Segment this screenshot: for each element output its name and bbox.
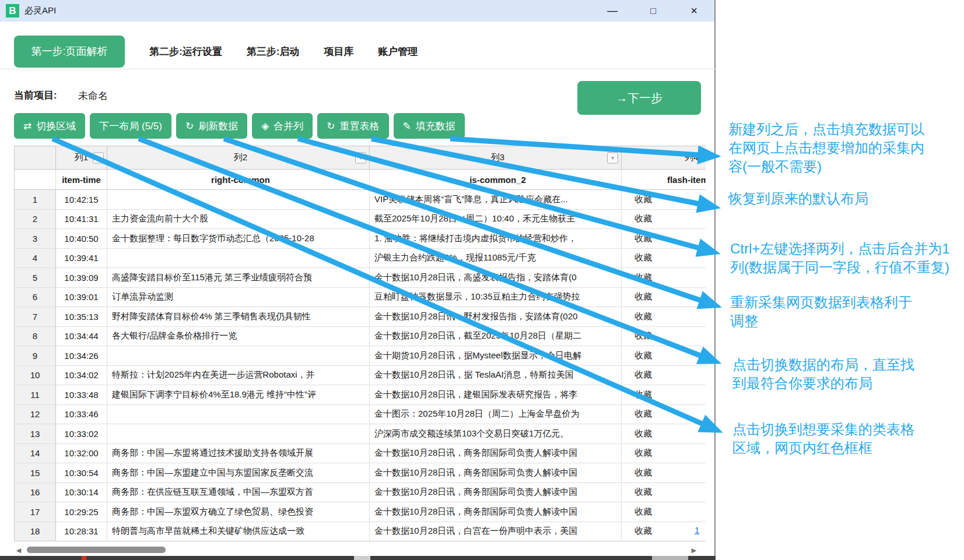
table-row[interactable]: 1310:33:02沪深两市成交额连续第103个交易日突破1万亿元。收藏	[15, 424, 706, 444]
time-cell[interactable]: 10:34:26	[56, 346, 107, 366]
col2-cell[interactable]: 订单流异动监测	[107, 288, 370, 308]
table-row[interactable]: 1510:30:54商务部：中国—东盟建立中国与东盟国家反垄断交流金十数据10月…	[15, 463, 706, 483]
minimize-button[interactable]: —	[604, 3, 621, 19]
col3-cell[interactable]: 金十数据10月28日讯，据 TeslaAI消息，特斯拉美国	[370, 366, 622, 386]
time-cell[interactable]: 10:39:09	[56, 268, 107, 288]
col2-cell[interactable]: 商务部：在供应链互联互通领域，中国—东盟双方首	[107, 483, 370, 503]
time-cell[interactable]: 10:34:02	[56, 366, 107, 386]
col3-cell[interactable]: 1. 潘功胜：将继续打击境内虚拟货币的经营和炒作，	[370, 229, 622, 249]
col3-cell[interactable]: 金十数据10月28日讯，高盛发表报告指，安踏体育(0	[370, 268, 622, 288]
favorite-cell[interactable]: 收藏	[622, 327, 706, 347]
col3-cell[interactable]: 金十数据10月28日讯，白宫在一份声明中表示，美国	[370, 522, 622, 542]
col3-cell[interactable]: 金十数据10月28日讯，商务部国际司负责人解读中国	[370, 444, 622, 464]
merge-columns-button[interactable]: ◈合并列	[252, 113, 313, 139]
table-row[interactable]: 1810:28:31特朗普与高市早苗就稀土和关键矿物供应达成一致金十数据10月2…	[15, 522, 706, 542]
tab-1[interactable]: 第一步:页面解析	[14, 36, 125, 68]
table-row[interactable]: 1710:29:25商务部：中国—东盟双方确立了绿色贸易、绿色投资金十数据10月…	[15, 502, 706, 522]
col2-cell[interactable]	[107, 190, 370, 210]
col3-cell[interactable]: 沪深两市成交额连续第103个交易日突破1万亿元。	[370, 424, 622, 444]
col3-cell[interactable]: 沪银主力合约跌超3%，现报11085元/千克	[370, 249, 622, 269]
favorite-cell[interactable]: 收藏	[622, 366, 706, 386]
time-cell[interactable]: 10:30:14	[56, 483, 107, 503]
col2-cell[interactable]	[107, 249, 370, 269]
table-row[interactable]: 210:41:31主力资金流向前十大个股截至2025年10月28日（周二）10:…	[15, 210, 706, 230]
table-row[interactable]: 310:40:50金十数据整理：每日数字货币动态汇总（2025-10-281. …	[15, 229, 706, 249]
time-cell[interactable]: 10:40:50	[56, 229, 107, 249]
col3-cell[interactable]: 金十图示：2025年10月28日（周二）上海金早盘价为	[370, 405, 622, 425]
col2-cell[interactable]	[107, 346, 370, 366]
time-cell[interactable]: 10:33:46	[56, 405, 107, 425]
col2-cell[interactable]: 建银国际下调李宁目标价4%至18.9港元 维持“中性”评	[107, 385, 370, 405]
col3-cell[interactable]: 截至2025年10月28日（周二）10:40，禾元生物获主	[370, 210, 622, 230]
col3-cell[interactable]: 金十数据10月28日讯，截至2025年10月28日（星期二	[370, 327, 622, 347]
col2-cell[interactable]	[107, 405, 370, 425]
scroll-right-icon[interactable]: ▶	[689, 545, 699, 555]
col2-cell[interactable]: 高盛降安踏目标价至115港元 第三季业绩疲弱符合预	[107, 268, 370, 288]
favorite-cell[interactable]: 收藏	[622, 522, 706, 542]
favorite-cell[interactable]: 收藏	[622, 444, 706, 464]
favorite-cell[interactable]: 收藏	[622, 502, 706, 522]
favorite-cell[interactable]: 收藏	[622, 307, 706, 327]
col2-cell[interactable]	[107, 424, 370, 444]
favorite-cell[interactable]: 收藏	[622, 483, 706, 503]
table-row[interactable]: 110:42:15VIP美联储本周将“盲飞”降息，真正风险应会藏在...收藏	[15, 190, 706, 210]
table-row[interactable]: 1210:33:46金十图示：2025年10月28日（周二）上海金早盘价为收藏	[15, 405, 706, 425]
favorite-cell[interactable]: 收藏	[622, 190, 706, 210]
table-row[interactable]: 1610:30:14商务部：在供应链互联互通领域，中国—东盟双方首金十数据10月…	[15, 483, 706, 503]
favorite-cell[interactable]: 收藏	[622, 210, 706, 230]
col2-cell[interactable]: 主力资金流向前十大个股	[107, 210, 370, 230]
table-row[interactable]: 1410:32:00商务部：中国—东盟将通过技术援助支持各领域开展金十数据10月…	[15, 444, 706, 464]
table-row[interactable]: 610:39:01订单流异动监测豆粕盯盘神器数据显示，10:35豆粕主力合约在强…	[15, 288, 706, 308]
table-row[interactable]: 810:34:44各大银行/品牌金条价格排行一览金十数据10月28日讯，截至20…	[15, 327, 706, 347]
fill-data-button[interactable]: ✎填充数据	[394, 113, 465, 139]
col2-cell[interactable]: 商务部：中国—东盟双方确立了绿色贸易、绿色投资	[107, 502, 370, 522]
next-step-button[interactable]: →下一步	[577, 81, 701, 115]
refresh-data-button[interactable]: ↻刷新数据	[176, 113, 247, 139]
time-cell[interactable]: 10:39:01	[56, 288, 107, 308]
close-button[interactable]: ×	[686, 3, 702, 19]
tab-3[interactable]: 第三步:启动	[247, 45, 300, 58]
table-row[interactable]: 1110:33:48建银国际下调李宁目标价4%至18.9港元 维持“中性”评金十…	[15, 385, 706, 405]
col3-cell[interactable]: 金十数据10月28日讯，商务部国际司负责人解读中国	[370, 483, 622, 503]
time-cell[interactable]: 10:35:13	[56, 307, 107, 327]
col3-cell[interactable]: VIP美联储本周将“盲飞”降息，真正风险应会藏在...	[370, 190, 622, 210]
switch-area-button[interactable]: ⇄切换区域	[14, 113, 85, 139]
time-cell[interactable]: 10:41:31	[56, 210, 107, 230]
scrollbar-thumb[interactable]	[27, 547, 166, 553]
time-cell[interactable]: 10:33:48	[56, 385, 107, 405]
time-cell[interactable]: 10:29:25	[56, 502, 107, 522]
scroll-left-icon[interactable]: ◀	[14, 545, 23, 555]
tab-4[interactable]: 项目库	[324, 45, 353, 58]
time-cell[interactable]: 10:32:00	[56, 444, 107, 464]
filter-icon[interactable]: ▼	[607, 152, 618, 163]
tab-2[interactable]: 第二步:运行设置	[149, 45, 222, 58]
favorite-cell[interactable]: 收藏	[622, 268, 706, 288]
favorite-cell[interactable]: 收藏	[622, 346, 706, 366]
next-layout-button[interactable]: 下一布局 (5/5)	[90, 113, 171, 139]
page-number-link[interactable]: 1	[695, 525, 699, 535]
col3-cell[interactable]: 金十数据10月28日讯，建银国际发表研究报告，将李	[370, 385, 622, 405]
col2-cell[interactable]: 商务部：中国—东盟建立中国与东盟国家反垄断交流	[107, 463, 370, 483]
favorite-cell[interactable]: 收藏	[622, 405, 706, 425]
table-row[interactable]: 910:34:26金十期货10月28日讯，据Mysteel数据显示，今日电解收藏	[15, 346, 706, 366]
time-cell[interactable]: 10:39:41	[56, 249, 107, 269]
table-row[interactable]: 1010:34:02特斯拉：计划2025年内在美进一步运营Robotaxi，并金…	[15, 366, 706, 386]
horizontal-scrollbar[interactable]: ◀ ▶	[14, 545, 701, 555]
time-cell[interactable]: 10:33:02	[56, 424, 107, 444]
col3-cell[interactable]: 豆粕盯盘神器数据显示，10:35豆粕主力合约在强势拉	[370, 288, 622, 308]
maximize-button[interactable]: □	[645, 3, 661, 19]
col2-cell[interactable]: 商务部：中国—东盟将通过技术援助支持各领域开展	[107, 444, 370, 464]
favorite-cell[interactable]: 收藏	[622, 288, 706, 308]
col3-cell[interactable]: 金十期货10月28日讯，据Mysteel数据显示，今日电解	[370, 346, 622, 366]
favorite-cell[interactable]: 收藏	[622, 463, 706, 483]
table-row[interactable]: 410:39:41沪银主力合约跌超3%，现报11085元/千克收藏	[15, 249, 706, 269]
col3-cell[interactable]: 金十数据10月28日讯，野村发报告指，安踏体育(020	[370, 307, 622, 327]
col2-cell[interactable]: 特朗普与高市早苗就稀土和关键矿物供应达成一致	[107, 522, 370, 542]
favorite-cell[interactable]: 收藏	[622, 385, 706, 405]
tab-5[interactable]: 账户管理	[378, 45, 418, 58]
reset-table-button[interactable]: ↻重置表格	[317, 113, 388, 139]
filter-icon[interactable]: ▼	[355, 152, 366, 163]
time-cell[interactable]: 10:34:44	[56, 327, 107, 347]
col2-cell[interactable]: 特斯拉：计划2025年内在美进一步运营Robotaxi，并	[107, 366, 370, 386]
col3-cell[interactable]: 金十数据10月28日讯，商务部国际司负责人解读中国	[370, 502, 622, 522]
